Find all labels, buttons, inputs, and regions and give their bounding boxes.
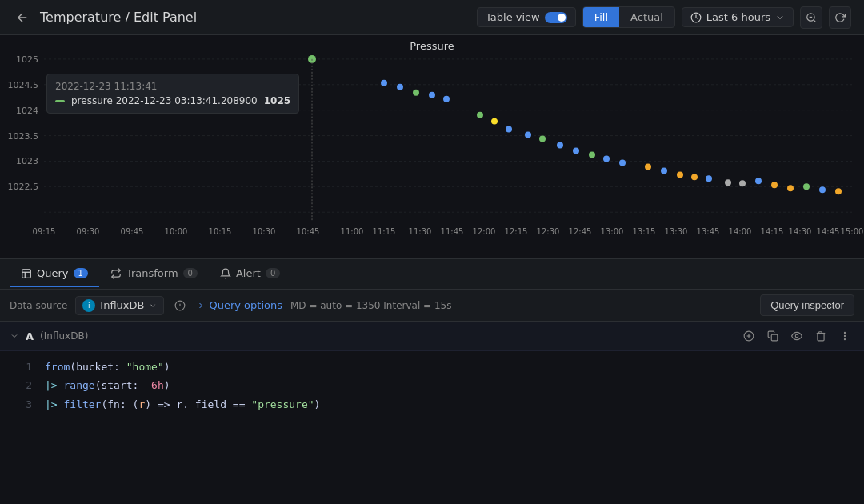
- collapse-button[interactable]: [10, 331, 19, 341]
- fill-actual-group: Fill Actual: [582, 6, 675, 28]
- svg-point-38: [706, 175, 712, 182]
- svg-point-24: [477, 112, 483, 118]
- svg-text:1023: 1023: [16, 156, 38, 166]
- svg-text:11:15: 11:15: [373, 227, 396, 236]
- query-tabs: Query 1 Transform 0 Alert 0: [0, 259, 864, 290]
- line-num-2: 2: [10, 376, 32, 394]
- copy-icon: [767, 330, 778, 342]
- query-label: A: [26, 330, 34, 342]
- svg-text:12:45: 12:45: [569, 227, 592, 236]
- query-meta: MD = auto = 1350 Interval = 15s: [290, 300, 752, 311]
- refresh-icon: [834, 12, 846, 23]
- data-source-select[interactable]: i InfluxDB: [75, 296, 164, 315]
- svg-point-29: [557, 142, 563, 149]
- svg-text:11:00: 11:00: [341, 227, 364, 236]
- info-button[interactable]: [172, 298, 188, 314]
- tab-alert-label: Alert: [236, 267, 261, 279]
- svg-text:12:30: 12:30: [537, 227, 560, 236]
- tab-alert[interactable]: Alert 0: [209, 261, 291, 287]
- svg-text:13:30: 13:30: [665, 227, 688, 236]
- code-line-3: 3 |> filter(fn: (r) => r._field == "pres…: [0, 395, 864, 414]
- svg-point-23: [443, 96, 450, 102]
- transform-tab-icon: [110, 268, 122, 279]
- svg-point-35: [661, 167, 667, 174]
- tooltip-color-dot: [55, 100, 65, 102]
- query-editor-container: A (InfluxDB): [0, 322, 864, 420]
- zoom-out-icon: [806, 12, 817, 23]
- svg-text:14:30: 14:30: [789, 227, 812, 236]
- query-action-more-button[interactable]: [835, 326, 854, 346]
- svg-point-20: [397, 84, 403, 90]
- tab-query[interactable]: Query 1: [10, 261, 99, 287]
- info-icon: [174, 300, 186, 311]
- code-text-1: from(bucket: "home"): [45, 358, 170, 376]
- line-num-1: 1: [10, 358, 32, 376]
- svg-text:15:00: 15:00: [841, 227, 864, 236]
- svg-point-37: [691, 174, 698, 180]
- svg-point-39: [725, 179, 731, 186]
- refresh-button[interactable]: [829, 6, 851, 29]
- svg-text:13:15: 13:15: [633, 227, 656, 236]
- query-source-label: (InfluxDB): [40, 330, 88, 342]
- tab-query-label: Query: [37, 267, 69, 279]
- svg-point-33: [619, 159, 626, 166]
- table-view-toggle[interactable]: Table view: [477, 7, 576, 27]
- svg-text:11:30: 11:30: [409, 227, 432, 236]
- svg-text:11:45: 11:45: [441, 227, 464, 236]
- collapse-chevron-icon: [10, 331, 19, 341]
- tab-transform[interactable]: Transform 0: [99, 261, 209, 287]
- tooltip-value: 1025: [264, 95, 290, 106]
- svg-text:09:45: 09:45: [121, 227, 144, 236]
- fill-button[interactable]: Fill: [583, 7, 619, 27]
- back-button[interactable]: [13, 8, 32, 27]
- svg-point-43: [787, 185, 794, 191]
- svg-text:12:00: 12:00: [473, 227, 496, 236]
- svg-point-36: [677, 171, 683, 178]
- page-title: Temperature / Edit Panel: [40, 10, 197, 25]
- svg-text:1023.5: 1023.5: [8, 131, 38, 142]
- svg-point-21: [413, 90, 419, 96]
- svg-point-44: [803, 183, 810, 190]
- query-actions: [739, 326, 854, 346]
- query-action-copy-button[interactable]: [763, 326, 782, 346]
- svg-point-25: [491, 118, 498, 125]
- svg-point-85: [844, 339, 845, 340]
- chart-tooltip: 2022-12-23 11:13:41 pressure 2022-12-23 …: [46, 74, 299, 114]
- chart-svg: 1025 1024.5 1024 1023.5 1023 1022.5 Pres…: [0, 35, 864, 258]
- svg-point-34: [645, 163, 651, 170]
- ellipsis-icon: [839, 330, 850, 342]
- tooltip-series-label: pressure 2022-12-23 03:13:41.208900: [71, 95, 258, 106]
- query-options-button[interactable]: Query options: [196, 299, 282, 311]
- svg-point-41: [755, 178, 762, 184]
- data-source-value: InfluxDB: [100, 299, 144, 311]
- chart-area: 1025 1024.5 1024 1023.5 1023 1022.5 Pres…: [0, 35, 864, 259]
- svg-text:10:15: 10:15: [209, 227, 232, 236]
- query-action-add-button[interactable]: [739, 326, 758, 346]
- query-options-arrow-icon: [196, 301, 206, 310]
- svg-text:1022.5: 1022.5: [8, 182, 38, 192]
- svg-text:1024: 1024: [16, 106, 38, 116]
- svg-line-2: [814, 19, 816, 22]
- svg-text:09:30: 09:30: [77, 227, 100, 236]
- top-bar: Temperature / Edit Panel Table view Fill…: [0, 0, 864, 35]
- query-action-delete-button[interactable]: [811, 326, 830, 346]
- svg-text:09:15: 09:15: [33, 227, 56, 236]
- table-view-switch[interactable]: [545, 12, 567, 23]
- code-line-2: 2 |> range(start: -6h): [0, 376, 864, 394]
- query-inspector-button[interactable]: Query inspector: [760, 294, 854, 316]
- time-range-button[interactable]: Last 6 hours: [682, 7, 794, 27]
- chevron-down-icon: [775, 13, 785, 22]
- actual-button[interactable]: Actual: [619, 7, 674, 27]
- svg-text:10:30: 10:30: [253, 227, 276, 236]
- svg-point-22: [429, 92, 435, 98]
- zoom-out-button[interactable]: [800, 6, 822, 29]
- top-bar-right: Table view Fill Actual Last 6 hours: [477, 6, 851, 29]
- time-range-label: Last 6 hours: [706, 11, 770, 23]
- plus-icon: [743, 330, 754, 342]
- top-bar-left: Temperature / Edit Panel: [13, 8, 197, 27]
- svg-text:Pressure: Pressure: [410, 40, 454, 52]
- code-text-2: |> range(start: -6h): [45, 376, 170, 394]
- tab-transform-label: Transform: [126, 267, 178, 279]
- query-action-eye-button[interactable]: [787, 326, 806, 346]
- code-block[interactable]: 1 from(bucket: "home") 2 |> range(start:…: [0, 351, 864, 420]
